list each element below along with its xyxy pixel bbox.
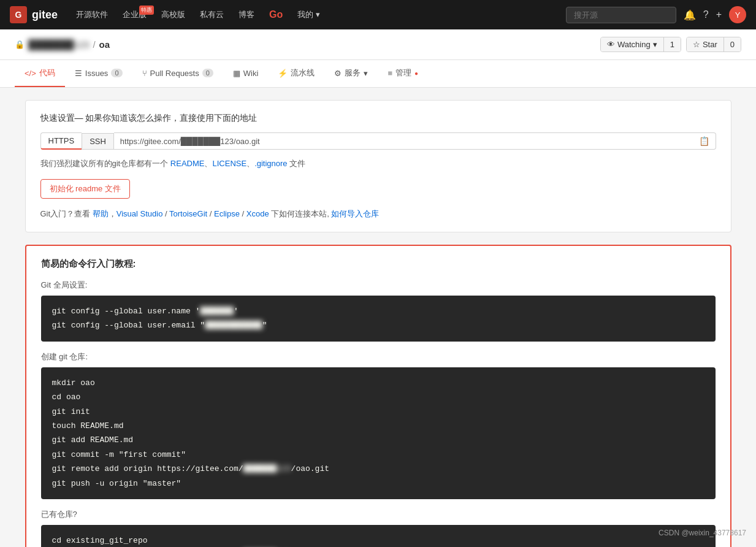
repo-header: 🔒 ███████123 / oa 👁 Watching ▾ 1 ☆ Star … [0, 29, 756, 60]
watch-arrow-icon: ▾ [653, 40, 657, 49]
tab-issues-label: Issues [85, 69, 109, 78]
git-help: Git入门？查看 帮助，Visual Studio / TortoiseGit … [40, 208, 716, 220]
wiki-icon: ▦ [233, 69, 240, 78]
repo-path: 🔒 ███████123 / oa [15, 39, 110, 50]
url-input-wrap: 📋 [114, 132, 716, 150]
create-repo-title: 创建 git 仓库: [41, 351, 716, 362]
import-link[interactable]: 如何导入仓库 [331, 209, 379, 218]
repo-url-input[interactable] [114, 134, 693, 149]
nav-go[interactable]: Go [263, 7, 289, 23]
watch-label: Watching [617, 40, 651, 49]
vs-link[interactable]: Visual Studio [116, 209, 163, 218]
manage-dot-icon: ● [414, 70, 418, 77]
help-icon[interactable]: ? [703, 9, 709, 20]
site-logo[interactable]: G gitee [10, 6, 58, 23]
nav-private[interactable]: 私有云 [194, 7, 230, 23]
star-button[interactable]: ☆ Star 0 [686, 37, 741, 52]
readme-suggestion: 我们强烈建议所有的git仓库都有一个 README、LICENSE、.gitig… [40, 158, 716, 169]
nav-blog[interactable]: 博客 [232, 7, 261, 23]
tab-code[interactable]: </> 代码 [15, 60, 65, 87]
create-repo-code: mkdir oao cd oao git init touch README.m… [52, 376, 704, 491]
tab-pr-label: Pull Requests [150, 69, 199, 78]
plus-icon[interactable]: + [716, 9, 722, 20]
tab-wiki-label: Wiki [243, 69, 259, 78]
watch-btn-main[interactable]: 👁 Watching ▾ [601, 37, 664, 52]
repo-name[interactable]: oa [99, 39, 110, 50]
lock-icon: 🔒 [15, 40, 25, 49]
pr-count: 0 [202, 69, 213, 77]
services-icon: ⚙ [334, 69, 342, 78]
license-link[interactable]: LICENSE [212, 159, 246, 168]
tab-pipeline[interactable]: ⚡ 流水线 [268, 60, 324, 87]
eye-icon: 👁 [607, 40, 615, 49]
search-input[interactable] [566, 7, 676, 23]
repo-tabs: </> 代码 ☰ Issues 0 ⑂ Pull Requests 0 ▦ Wi… [0, 60, 756, 88]
pipeline-icon: ⚡ [278, 69, 288, 78]
watch-button[interactable]: 👁 Watching ▾ 1 [600, 37, 681, 52]
star-label: Star [703, 40, 717, 49]
star-btn-main[interactable]: ☆ Star [687, 37, 724, 52]
issues-icon: ☰ [75, 69, 82, 78]
readme-link[interactable]: README [170, 159, 205, 168]
cmd-tutorial-title: 简易的命令行入门教程: [41, 258, 716, 270]
gitignore-link[interactable]: .gitignore [254, 159, 287, 168]
repo-user[interactable]: ███████123 [28, 39, 89, 50]
issues-count: 0 [111, 69, 122, 77]
nav-enterprise[interactable]: 企业版 特惠 [116, 7, 153, 23]
tortoise-link[interactable]: TortoiseGit [169, 209, 207, 218]
repo-actions: 👁 Watching ▾ 1 ☆ Star 0 [600, 37, 741, 52]
navbar-links: 开源软件 企业版 特惠 高校版 私有云 博客 Go 我的 ▾ [70, 7, 566, 23]
tab-pipeline-label: 流水线 [291, 67, 315, 78]
quick-setup-box: 快速设置— 如果你知道该怎么操作，直接使用下面的地址 HTTPS SSH 📋 我… [25, 100, 731, 232]
services-arrow-icon: ▾ [364, 69, 368, 78]
nav-university[interactable]: 高校版 [155, 7, 191, 23]
https-btn[interactable]: HTTPS [40, 132, 82, 150]
global-settings-title: Git 全局设置: [41, 280, 716, 291]
code-icon: </> [25, 69, 36, 78]
logo-text: gitee [32, 9, 58, 21]
tab-pullrequests[interactable]: ⑂ Pull Requests 0 [132, 61, 223, 86]
tab-wiki[interactable]: ▦ Wiki [223, 61, 269, 86]
nav-opensource[interactable]: 开源软件 [70, 7, 114, 23]
cmd-tutorial-box: 简易的命令行入门教程: Git 全局设置: git config --globa… [25, 245, 731, 547]
tab-issues[interactable]: ☰ Issues 0 [65, 61, 132, 86]
eclipse-link[interactable]: Eclipse [214, 209, 240, 218]
existing-repo-code: cd existing_git_repo git remote add orig… [52, 534, 704, 547]
navbar-icons: 🔔 ? + Y [684, 6, 746, 23]
user-avatar[interactable]: Y [729, 6, 746, 23]
manage-icon: ≡ [388, 69, 392, 78]
watch-count[interactable]: 1 [664, 37, 681, 52]
help-link[interactable]: 帮助 [93, 209, 109, 218]
main-content: 快速设置— 如果你知道该怎么操作，直接使用下面的地址 HTTPS SSH 📋 我… [10, 100, 746, 547]
logo-icon: G [10, 6, 27, 23]
existing-repo-title: 已有仓库? [41, 509, 716, 520]
tab-services-label: 服务 [345, 67, 361, 78]
global-settings-block: git config --global user.name '███████' … [41, 296, 716, 342]
existing-repo-block: cd existing_git_repo git remote add orig… [41, 525, 716, 547]
ssh-btn[interactable]: SSH [82, 133, 114, 150]
mine-arrow-icon: ▾ [316, 10, 320, 19]
tab-code-label: 代码 [39, 67, 55, 78]
bell-icon[interactable]: 🔔 [684, 9, 696, 21]
enterprise-badge: 特惠 [139, 6, 154, 15]
watermark: CSDN @weixin_43778617 [659, 529, 746, 537]
tab-manage[interactable]: ≡ 管理 ● [378, 60, 428, 87]
tab-services[interactable]: ⚙ 服务 ▾ [324, 60, 378, 87]
navbar: G gitee 开源软件 企业版 特惠 高校版 私有云 博客 Go 我的 ▾ 🔔… [0, 0, 756, 29]
repo-sep: / [93, 39, 95, 50]
star-count[interactable]: 0 [724, 37, 741, 52]
nav-mine[interactable]: 我的 ▾ [291, 7, 326, 23]
tab-manage-label: 管理 [395, 67, 411, 78]
create-repo-block: mkdir oao cd oao git init touch README.m… [41, 367, 716, 499]
url-bar: HTTPS SSH 📋 [40, 132, 716, 150]
star-icon: ☆ [693, 40, 700, 49]
copy-url-button[interactable]: 📋 [693, 133, 716, 149]
quick-setup-title: 快速设置— 如果你知道该怎么操作，直接使用下面的地址 [40, 113, 716, 124]
init-readme-button[interactable]: 初始化 readme 文件 [40, 179, 130, 199]
global-settings-code: git config --global user.name '███████' … [52, 304, 704, 333]
pr-icon: ⑂ [142, 69, 147, 78]
xcode-link[interactable]: Xcode [246, 209, 269, 218]
